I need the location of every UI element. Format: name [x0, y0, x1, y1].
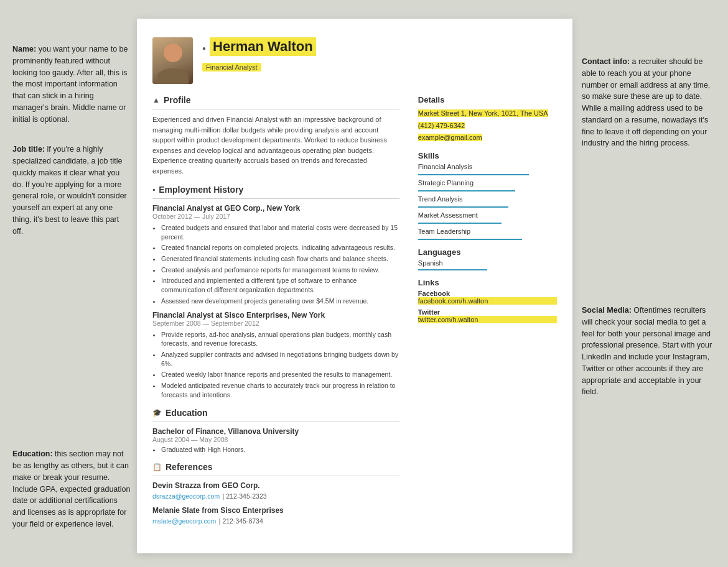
education-annotation-text: this section may not be as lengthy as ot…	[12, 449, 130, 528]
references-heading-text: References	[166, 462, 213, 472]
job-2: Financial Analyst at Sisco Enterprises, …	[152, 311, 399, 400]
skills-section: Skills Financial Analysis Strategic Plan…	[418, 151, 557, 240]
list-item: Modeled anticipated revenue charts to ac…	[161, 381, 399, 399]
list-item: Created analysis and perfomance reports …	[161, 265, 399, 275]
avatar-face	[164, 44, 182, 62]
skill-name-1: Strategic Planning	[418, 179, 557, 187]
left-annotations: Name: you want your name to be prominent…	[12, 19, 137, 549]
references-icon: 📋	[152, 463, 162, 471]
employment-icon: ▪	[152, 185, 155, 194]
skill-strategic-planning: Strategic Planning	[418, 179, 557, 191]
header-dot: ●	[202, 45, 206, 52]
ref-2-email: mslate@geocorp.com	[152, 517, 216, 525]
name-annotation-label: Name:	[12, 45, 36, 53]
education-dates: August 2004 — May 2008	[152, 436, 399, 443]
link-facebook: Facebook facebook.com/h.walton	[418, 290, 557, 305]
link-url-1[interactable]: twitter.com/h.walton	[418, 316, 557, 323]
resume-body: ▲ Profile Experienced and driven Financi…	[152, 95, 557, 535]
education-annotation-label: Education:	[12, 449, 53, 458]
education-heading: 🎓 Education	[152, 408, 399, 418]
ref-1-phone-num: 212-345-2323	[226, 492, 266, 500]
job-2-bullets: Provide reports, ad-hoc analysis, annual…	[152, 330, 399, 400]
skill-name-3: Market Assessment	[418, 211, 557, 219]
profile-heading: ▲ Profile	[152, 95, 399, 105]
reference-2: Melanie Slate from Sisco Enterprises msl…	[152, 506, 399, 526]
job-title-annotation-text: if you're a highly specialized candidate…	[12, 145, 127, 235]
right-annotations: Contact info: a recruiter should be able…	[572, 19, 716, 423]
skill-team-leadership: Team Leadership	[418, 228, 557, 240]
job-1-title: Financial Analyst at GEO Corp., New York	[152, 204, 399, 213]
employment-heading: ▪ Employment History	[152, 185, 399, 195]
list-item: Introduced and implemented a different t…	[161, 276, 399, 294]
skills-heading: Skills	[418, 151, 557, 160]
reference-1: Devin Strazza from GEO Corp. dsrazza@geo…	[152, 481, 399, 501]
education-icon: 🎓	[152, 408, 162, 417]
list-item: Assessed new development projects genera…	[161, 297, 399, 306]
link-label-1: Twitter	[418, 308, 557, 316]
skill-market-assessment: Market Assessment	[418, 211, 557, 224]
education-heading-text: Education	[166, 408, 208, 418]
skill-trend-analysis: Trend Analysis	[418, 195, 557, 208]
list-item: Graduated with High Honors.	[161, 446, 399, 453]
list-item: Provide reports, ad-hoc analysis, annual…	[161, 330, 399, 348]
employment-heading-text: Employment History	[159, 185, 243, 195]
details-section: Details Market Street 1, New York, 1021,…	[418, 95, 557, 144]
link-twitter: Twitter twitter.com/h.walton	[418, 308, 557, 323]
ref-1-name: Devin Strazza from GEO Corp.	[152, 481, 399, 490]
employment-section: ▪ Employment History Financial Analyst a…	[152, 185, 399, 399]
education-bullets: Graduated with High Honors.	[152, 446, 399, 453]
skill-name-0: Financial Analysis	[418, 163, 557, 170]
job-title-annotation-label: Job title:	[12, 145, 45, 154]
skill-financial-analysis: Financial Analysis	[418, 163, 557, 175]
link-url-0[interactable]: facebook.com/h.walton	[418, 297, 557, 305]
resume-job-title: Financial Analyst	[202, 63, 261, 71]
languages-heading: Languages	[418, 247, 557, 257]
name-annotation-text: you want your name to be prominently fea…	[12, 45, 128, 124]
job-2-dates: September 2008 — September 2012	[152, 320, 399, 327]
job-1-dates: October 2012 — July 2017	[152, 213, 399, 220]
link-label-0: Facebook	[418, 290, 557, 297]
details-phone-text: (412) 479-6342	[418, 122, 465, 129]
social-media-annotation-block: Social Media: Oftentimes recruiters will…	[582, 305, 716, 398]
list-item: Created weekly labor finance reports and…	[161, 370, 399, 379]
ref-2-name: Melanie Slate from Sisco Enterprises	[152, 506, 399, 515]
skill-name-2: Trend Analysis	[418, 195, 557, 203]
skill-bar-3	[418, 223, 502, 224]
social-media-annotation-text: Oftentimes recruiters will check your so…	[582, 306, 712, 396]
list-item: Generated financial statements including…	[161, 254, 399, 264]
details-email: example@gmail.com	[418, 131, 557, 144]
avatar-body	[157, 68, 189, 84]
language-bar-0	[418, 269, 488, 270]
contact-annotation-text: a recruiter should be able to reach you …	[582, 57, 710, 147]
resume-header: ● Herman Walton Financial Analyst	[152, 37, 557, 84]
education-section: 🎓 Education Bachelor of Finance, Villano…	[152, 408, 399, 453]
skill-bar-1	[418, 190, 515, 191]
contact-annotation-block: Contact info: a recruiter should be able…	[582, 56, 716, 149]
details-phone: (412) 479-6342	[418, 119, 557, 132]
job-1-bullets: Created budgets and ensured that labor a…	[152, 223, 399, 306]
education-school: Bachelor of Finance, Villanova Universit…	[152, 427, 399, 436]
links-section: Links Facebook facebook.com/h.walton Twi…	[418, 278, 557, 323]
references-heading: 📋 References	[152, 462, 399, 472]
resume-right-column: Details Market Street 1, New York, 1021,…	[412, 95, 557, 535]
skill-bar-2	[418, 206, 508, 208]
avatar	[152, 37, 193, 84]
languages-section: Languages Spanish	[418, 247, 557, 270]
resume-name: Herman Walton	[210, 37, 316, 56]
details-heading: Details	[418, 95, 557, 104]
employment-divider	[152, 198, 399, 199]
details-address: Market Street 1, New York, 1021, The USA	[418, 107, 557, 119]
job-2-title: Financial Analyst at Sisco Enterprises, …	[152, 311, 399, 320]
profile-divider	[152, 109, 399, 109]
social-media-annotation-label: Social Media:	[582, 306, 632, 315]
details-address-text: Market Street 1, New York, 1021, The USA	[418, 109, 548, 117]
profile-heading-text: Profile	[164, 95, 191, 105]
page-wrapper: Name: you want your name to be prominent…	[12, 19, 716, 553]
job-title-annotation-block: Job title: if you're a highly specialize…	[12, 144, 131, 237]
references-divider	[152, 476, 399, 476]
profile-text: Experienced and driven Financial Analyst…	[152, 114, 399, 176]
name-annotation-block: Name: you want your name to be prominent…	[12, 44, 131, 125]
language-spanish: Spanish	[418, 259, 557, 270]
job-1: Financial Analyst at GEO Corp., New York…	[152, 204, 399, 306]
references-section: 📋 References Devin Strazza from GEO Corp…	[152, 462, 399, 526]
